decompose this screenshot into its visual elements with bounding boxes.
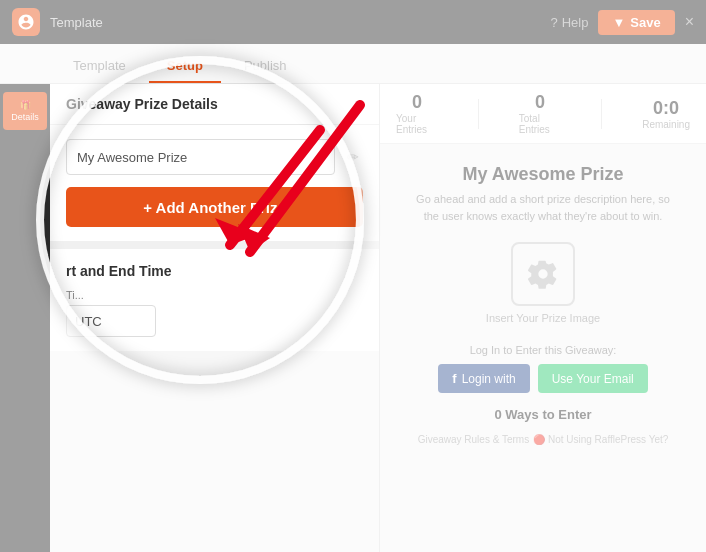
preview-title: My Awesome Prize	[462, 164, 623, 185]
time-section-title: rt and End Time	[66, 263, 363, 279]
footer-text: Giveaway Rules & Terms	[418, 434, 530, 445]
remaining-value: 0:0	[653, 98, 679, 119]
total-entries-label: Total Entries	[519, 113, 562, 135]
stat-divider-1	[478, 99, 479, 129]
top-bar: Template ? Help ▼ Save ×	[0, 0, 706, 44]
total-entries-value: 0	[535, 92, 545, 113]
login-buttons: f Login with Use Your Email	[438, 364, 647, 393]
close-button[interactable]: ×	[685, 13, 694, 31]
sidebar-item-label: Details	[11, 112, 39, 122]
stat-divider-2	[601, 99, 602, 129]
prize-section-title: Giveaway Prize Details	[66, 96, 218, 112]
pencil-icon: ✏	[347, 149, 359, 165]
your-entries-label: Your Entries	[396, 113, 438, 135]
tab-publish[interactable]: Publish	[226, 50, 305, 83]
total-entries-stat: 0 Total Entries	[519, 92, 562, 135]
form-panel: Giveaway Prize Details ∨ ✏ + Add Another…	[50, 84, 380, 552]
facebook-icon: f	[452, 371, 456, 386]
time-section-body: rt and End Time Ti...	[50, 249, 379, 351]
logo-icon	[12, 8, 40, 36]
preview-panel: 0 Your Entries 0 Total Entries 0:0 Remai…	[380, 84, 706, 552]
your-entries-value: 0	[412, 92, 422, 113]
save-button[interactable]: ▼ Save	[598, 10, 674, 35]
help-button[interactable]: ? Help	[550, 15, 588, 30]
prize-section-header[interactable]: Giveaway Prize Details ∨	[50, 84, 379, 125]
preview-image-placeholder[interactable]	[511, 242, 575, 306]
main-content: 🎁 Details Giveaway Prize Details ∨ ✏ + A…	[0, 84, 706, 552]
preview-content: My Awesome Prize Go ahead and add a shor…	[380, 144, 706, 552]
prize-section-body: ✏ + Add Another Prize	[50, 125, 379, 249]
app-window: Template ? Help ▼ Save × Template Setup …	[0, 0, 706, 552]
ways-to-enter: 0 Ways to Enter	[494, 407, 591, 422]
prize-name-input[interactable]	[66, 139, 335, 175]
template-label: Template	[50, 15, 103, 30]
preview-image-label: Insert Your Prize Image	[486, 312, 600, 324]
your-entries-stat: 0 Your Entries	[396, 92, 438, 135]
login-prompt: Log In to Enter this Giveaway:	[470, 344, 617, 356]
remaining-stat: 0:0 Remaining	[642, 98, 690, 130]
footer-badge: 🔴 Not Using RafflePress Yet?	[533, 434, 668, 445]
question-icon: ?	[550, 15, 557, 30]
stats-bar: 0 Your Entries 0 Total Entries 0:0 Remai…	[380, 84, 706, 144]
chevron-icon: ∨	[354, 97, 363, 111]
chevron-down-icon: ▼	[612, 15, 625, 30]
preview-description: Go ahead and add a short prize descripti…	[410, 191, 676, 224]
top-bar-left: Template	[12, 8, 103, 36]
sidebar-item-details[interactable]: 🎁 Details	[3, 92, 47, 130]
tab-setup[interactable]: Setup	[149, 50, 221, 83]
gift-icon: 🎁	[20, 100, 31, 110]
timezone-input[interactable]	[66, 305, 156, 337]
add-prize-button[interactable]: + Add Another Prize	[66, 187, 363, 227]
login-email-button[interactable]: Use Your Email	[538, 364, 648, 393]
tab-template[interactable]: Template	[55, 50, 144, 83]
remaining-label: Remaining	[642, 119, 690, 130]
top-bar-right: ? Help ▼ Save ×	[550, 10, 694, 35]
timezone-label: Ti...	[66, 289, 363, 301]
edit-prize-button[interactable]: ✏	[343, 145, 363, 169]
login-fb-label: Login with	[462, 372, 516, 386]
tab-bar: Template Setup Publish	[0, 44, 706, 84]
login-facebook-button[interactable]: f Login with	[438, 364, 529, 393]
sidebar: 🎁 Details	[0, 84, 50, 552]
prize-input-row: ✏	[66, 139, 363, 175]
preview-footer: Giveaway Rules & Terms 🔴 Not Using Raffl…	[418, 434, 669, 445]
